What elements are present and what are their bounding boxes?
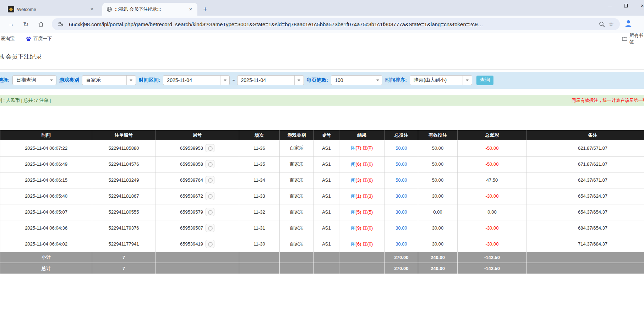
reload-icon[interactable]: ↻	[20, 18, 32, 30]
remark: 671.87/621.87	[527, 156, 644, 172]
bet-records-table: 时间 注单编号 局号 场次 游戏类别 桌号 结果 总投注 有效投注 总派彩 备注…	[0, 130, 644, 274]
url-text[interactable]: 66cxkj98.com/ipl/portal.php/game/betreco…	[69, 21, 597, 27]
query-mode-select[interactable]: 日期查询	[12, 75, 56, 85]
valid-bet: 30.00	[418, 220, 458, 236]
table-row: 2025-11-04 06:04:02 522941177941 6595394…	[0, 236, 644, 252]
bookmark-aitaobao[interactable]: 爱淘宝	[1, 35, 15, 42]
table-number: AS1	[314, 156, 339, 172]
bet-time: 2025-11-04 06:05:07	[0, 204, 92, 220]
new-tab-button[interactable]: +	[200, 4, 210, 14]
sort-order-select[interactable]: 降冪(由大到小)	[410, 75, 472, 85]
round-cell: 659539858	[155, 156, 239, 172]
round-number: 659539507	[180, 225, 203, 231]
col-total-bet: 总投注	[385, 130, 418, 140]
table-row: 2025-11-04 06:06:15 522941183249 6595397…	[0, 172, 644, 188]
minimize-icon[interactable]	[601, 0, 618, 11]
globe-icon	[107, 6, 112, 12]
video-replay-icon[interactable]	[206, 144, 214, 152]
total-bet-link[interactable]: 50.00	[385, 140, 418, 156]
chevron-down-icon	[294, 76, 304, 85]
col-bet-id: 注单编号	[92, 130, 155, 140]
total-bet-link[interactable]: 30.00	[385, 204, 418, 220]
payout: 0.00	[458, 204, 527, 220]
all-bookmarks-button[interactable]: 所有书签	[622, 32, 644, 45]
valid-bet: 50.00	[418, 156, 458, 172]
currency-total-text: 币别 : 人民币 | 总共 :7 注单 |	[0, 97, 51, 104]
tab-close-icon[interactable]: ×	[89, 6, 95, 12]
col-time: 时间	[0, 130, 92, 140]
video-replay-icon[interactable]	[206, 176, 214, 184]
bookmark-baidu[interactable]: 百度一下	[26, 35, 52, 42]
video-replay-icon[interactable]	[206, 240, 214, 248]
valid-bet: 50.00	[418, 140, 458, 156]
total-bet-link[interactable]: 30.00	[385, 188, 418, 204]
valid-bet: 0.00	[418, 204, 458, 220]
welcome-favicon-icon	[8, 6, 14, 12]
maximize-icon[interactable]	[618, 0, 634, 11]
date-from-input[interactable]: 2025-11-04	[163, 75, 230, 85]
date-range-separator: ~	[232, 77, 235, 83]
search-button[interactable]: 查询	[476, 76, 493, 85]
col-table-no: 桌号	[314, 130, 339, 140]
title-divider	[0, 69, 644, 70]
video-replay-icon[interactable]	[206, 160, 214, 168]
total-bet-link[interactable]: 50.00	[385, 172, 418, 188]
session: 11-31	[239, 220, 280, 236]
tab-welcome[interactable]: Welcome ×	[4, 3, 99, 16]
zoom-icon[interactable]	[597, 21, 606, 27]
total-row: 总计 7 270.00 240.00 -142.50	[0, 263, 644, 274]
payout: -30.00	[458, 188, 527, 204]
bet-time: 2025-11-04 06:04:02	[0, 236, 92, 252]
round-number: 659539579	[180, 209, 203, 215]
session: 11-36	[239, 140, 280, 156]
browser-toolbar: → ↻ 66cxkj98.com/ipl/portal.php/game/bet…	[0, 16, 644, 33]
table-row: 2025-11-04 06:06:49 522941184576 6595398…	[0, 156, 644, 172]
video-replay-icon[interactable]	[206, 224, 214, 232]
game-type: 百家乐	[280, 204, 314, 220]
date-to-input[interactable]: 2025-11-04	[237, 75, 304, 85]
tab-close-icon[interactable]: ×	[187, 6, 194, 12]
table-number: AS1	[314, 236, 339, 252]
profile-avatar-icon[interactable]	[624, 19, 633, 29]
bet-id: 522941179376	[92, 220, 155, 236]
game-type-select[interactable]: 百家乐	[82, 75, 136, 85]
game-type-label: 游戏类别	[59, 77, 79, 83]
bet-id: 522941181867	[92, 188, 155, 204]
video-replay-icon[interactable]	[206, 192, 214, 200]
chevron-down-icon	[220, 76, 229, 85]
bet-id: 522941180555	[92, 204, 155, 220]
result-cell: 闲(3)庄(6)	[339, 172, 385, 188]
subtotal-label: 小计	[0, 252, 92, 263]
total-bet-link[interactable]: 30.00	[385, 220, 418, 236]
address-bar[interactable]: 66cxkj98.com/ipl/portal.php/game/betreco…	[52, 18, 620, 30]
result-cell: 闲(5)庄(5)	[339, 204, 385, 220]
col-round: 局号	[155, 130, 239, 140]
tune-icon[interactable]	[56, 21, 65, 27]
total-bet-link[interactable]: 30.00	[385, 236, 418, 252]
valid-bet: 50.00	[418, 172, 458, 188]
table-number: AS1	[314, 188, 339, 204]
session: 11-34	[239, 172, 280, 188]
page-size-select[interactable]: 100	[331, 75, 382, 85]
chevron-down-icon	[47, 76, 56, 85]
total-bet-link[interactable]: 50.00	[385, 156, 418, 172]
video-replay-icon[interactable]	[206, 208, 214, 216]
forward-icon[interactable]: →	[5, 18, 17, 30]
result-cell: 闲(6)庄(0)	[339, 236, 385, 252]
bet-time: 2025-11-04 06:05:40	[0, 188, 92, 204]
tab-strip: Welcome × :::视讯 会员下注纪录::: × + ×	[0, 0, 644, 16]
table-row: 2025-11-04 06:05:40 522941181867 6595396…	[0, 188, 644, 204]
result-cell: 闲(9)庄(0)	[339, 220, 385, 236]
sort-order-label: 时间排序:	[385, 77, 407, 83]
window-close-icon[interactable]: ×	[634, 0, 644, 11]
chevron-down-icon	[463, 76, 472, 85]
round-number: 659539672	[180, 193, 203, 199]
home-icon[interactable]	[35, 18, 47, 30]
game-type: 百家乐	[280, 156, 314, 172]
col-result: 结果	[339, 130, 385, 140]
star-icon[interactable]: ☆	[606, 21, 616, 28]
bet-id: 522941183249	[92, 172, 155, 188]
tab-bet-records[interactable]: :::视讯 会员下注纪录::: ×	[102, 3, 197, 16]
round-number: 659539419	[180, 241, 203, 247]
game-type: 百家乐	[280, 188, 314, 204]
